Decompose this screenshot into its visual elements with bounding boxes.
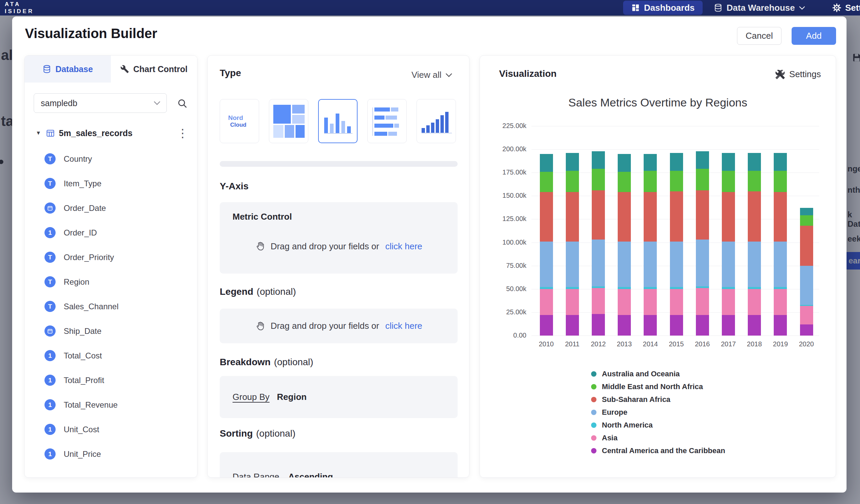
field-item-order_priority[interactable]: TOrder_Priority [25,245,198,270]
text-field-icon: T [44,178,56,189]
stacked-bar-2010[interactable] [540,154,553,335]
chart-type-column[interactable] [318,99,358,143]
field-item-sales_channel[interactable]: TSales_Channel [25,294,198,319]
field-item-total_revenue[interactable]: 1Total_Revenue [25,392,198,417]
kebab-menu-icon[interactable]: ⋮ [177,127,188,139]
sorting-field-link[interactable]: Data Range [232,472,280,478]
legend-item[interactable]: Europe [591,406,725,419]
field-item-item_type[interactable]: TItem_Type [25,171,198,196]
field-item-total_profit[interactable]: 1Total_Profit [25,368,198,392]
legend-dropzone[interactable]: Drag and drop your fields or click here [220,308,458,343]
add-button[interactable]: Add [792,27,836,45]
stacked-bar-2018[interactable] [748,153,761,335]
bar-segment [618,242,631,287]
bar-segment [540,242,553,287]
legend-item[interactable]: Central America and the Caribbean [591,444,725,457]
column-chart-icon [324,112,353,134]
bar-segment [592,288,605,314]
bar-segment [748,289,761,315]
bar-segment [670,191,683,242]
field-item-ship_date[interactable]: Ship_Date [25,319,198,343]
table-tree-node[interactable]: ▼ 5m_sales_records ⋮ [25,126,198,141]
bar-segment [670,315,683,335]
caret-down-icon[interactable]: ▼ [36,130,41,136]
nav-dashboards-button[interactable]: Dashboards [623,1,703,15]
field-item-unit_cost[interactable]: 1Unit_Cost [25,417,198,442]
bar-segment [644,192,657,242]
x-tick-label: 2016 [689,340,716,348]
bar-segment [696,240,709,286]
panel-tabs: Database Chart Control [25,56,197,83]
legend-label: Middle East and North Africa [602,383,703,391]
stacked-bar-2016[interactable] [696,151,709,335]
legend-item[interactable]: Australia and Oceania [591,368,725,380]
datasource-select[interactable]: sampledb [34,93,167,113]
x-tick-label: 2012 [585,340,612,348]
stacked-bar-2012[interactable] [592,151,605,335]
breakdown-dropzone[interactable]: Group By Region [220,376,458,418]
field-item-country[interactable]: TCountry [25,146,198,171]
x-tick-label: 2011 [559,340,586,348]
tab-chart-control[interactable]: Chart Control [111,56,197,83]
stacked-bar-2014[interactable] [644,154,657,335]
stacked-bar-2017[interactable] [722,153,735,335]
bar-segment [592,169,605,190]
group-by-link[interactable]: Group By [232,392,270,402]
datasource-select-value: sampledb [41,98,77,108]
view-all-button[interactable]: View all [412,70,452,80]
stacked-bar-2020[interactable] [800,208,813,335]
legend-item[interactable]: Asia [591,432,725,444]
cancel-button[interactable]: Cancel [737,27,782,45]
date-field-icon [44,326,56,336]
bar-segment [800,325,813,335]
database-icon [42,65,51,73]
bar-segment [722,171,735,192]
search-icon[interactable] [177,98,188,109]
click-here-link[interactable]: click here [385,321,422,331]
chart-type-stacked-bar[interactable] [367,99,407,143]
bar-segment [592,190,605,240]
bar-segment [774,315,787,335]
field-item-total_cost[interactable]: 1Total_Cost [25,343,198,368]
click-here-link[interactable]: click here [385,241,422,252]
stacked-bar-chart-icon [372,107,404,136]
legend-item[interactable]: Middle East and North Africa [591,380,725,393]
field-item-order_id[interactable]: 1Order_ID [25,220,198,245]
chart-title: Sales Metrics Overtime by Regions [480,96,836,109]
legend-item[interactable]: Sub-Saharan Africa [591,393,725,406]
nav-settings-button[interactable]: Settings [832,1,860,15]
gridline [531,126,819,126]
legend-dot [591,371,597,377]
bar-segment [644,289,657,315]
bar-segment [618,192,631,242]
field-item-unit_price[interactable]: 1Unit_Price [25,442,198,466]
nav-data-warehouse-button[interactable]: Data Warehouse [711,1,808,15]
y-tick-label: 225.00k [480,122,526,130]
stacked-bar-2013[interactable] [618,154,631,335]
group-by-value: Region [277,392,307,402]
metric-control-dropzone[interactable]: Metric Control Drag and drop your fields… [220,202,458,274]
sorting-dropzone[interactable]: Data Range Ascending [220,452,458,478]
horizontal-scrollbar[interactable] [220,161,458,167]
legend-optional-label: (optional) [257,286,296,297]
chart-type-treemap[interactable] [269,99,309,143]
visualization-builder-modal: Visualization Builder Cancel Add Databas… [12,16,847,492]
chart-type-histogram[interactable] [417,99,456,143]
stacked-bar-2011[interactable] [566,153,579,335]
chart-type-word-cloud[interactable]: Nord Cloud [220,99,259,143]
sorting-order-value: Ascending [288,472,333,478]
stacked-bar-2015[interactable] [670,153,683,335]
bar-segment [644,171,657,192]
stacked-bar-2019[interactable] [774,153,787,335]
gridline [531,149,819,149]
tab-database[interactable]: Database [25,56,111,83]
bar-segment [774,192,787,242]
field-label: Order_ID [64,228,97,237]
viz-settings-button[interactable]: Settings [775,69,821,80]
legend-item[interactable]: North America [591,419,725,432]
field-item-region[interactable]: TRegion [25,270,198,294]
x-tick-label: 2019 [767,340,794,348]
bar-segment [800,215,813,226]
bar-segment [696,288,709,315]
field-item-order_date[interactable]: Order_Date [25,196,198,220]
